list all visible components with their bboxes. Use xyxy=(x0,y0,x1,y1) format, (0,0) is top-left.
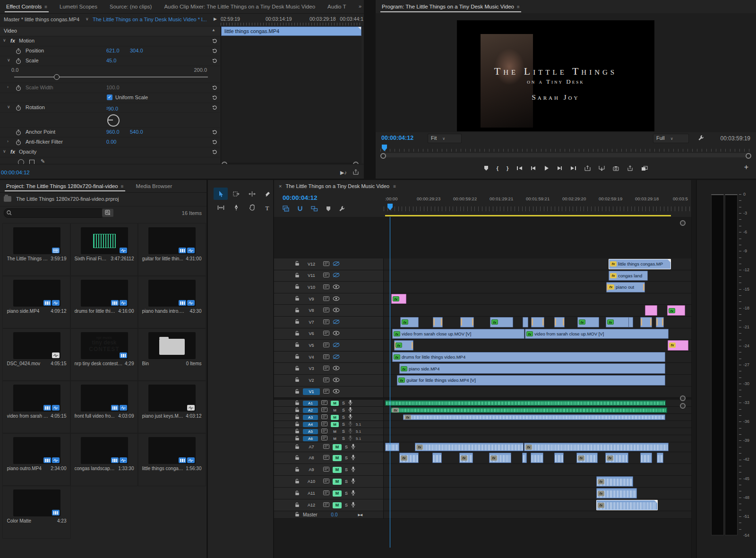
timeline-clip[interactable] xyxy=(531,317,544,327)
project-item[interactable]: piano hands intro.MP443:30 xyxy=(138,276,206,328)
selection-tool[interactable] xyxy=(214,188,228,200)
reset-rotation-button[interactable] xyxy=(212,105,217,111)
project-item[interactable]: guitar for little thin...4:31:00 xyxy=(138,223,206,276)
track-name[interactable]: A4 xyxy=(303,422,318,427)
track-lane[interactable]: fxfxfxfxfx xyxy=(384,452,691,464)
sync-lock-icon[interactable] xyxy=(321,429,327,434)
eye-icon[interactable] xyxy=(333,296,340,302)
snap-magnet-icon[interactable] xyxy=(297,206,303,213)
sync-lock-icon[interactable] xyxy=(323,479,329,484)
track-lane[interactable] xyxy=(384,435,691,442)
track-lane[interactable] xyxy=(384,428,691,435)
media-thumbnail[interactable]: npr musictiny deskCONTEST xyxy=(81,332,128,359)
tab-project[interactable]: Project: The Little Things 1280x720-fina… xyxy=(0,180,130,192)
timeline-clip[interactable]: fxpiano side.MP4 xyxy=(399,363,665,374)
track-lane[interactable] xyxy=(384,464,691,475)
media-thumbnail[interactable] xyxy=(13,280,60,307)
track-name[interactable]: A8 xyxy=(303,455,320,461)
timeline-clip[interactable] xyxy=(433,317,443,327)
mute-button[interactable]: M xyxy=(331,415,339,420)
mark-out-button[interactable]: } xyxy=(507,165,508,171)
twirl-closed-icon[interactable]: › xyxy=(7,139,9,144)
position-y-value[interactable]: 304.0 xyxy=(130,48,143,53)
scale-value[interactable]: 45.0 xyxy=(106,58,116,63)
timeline-clip[interactable]: fx xyxy=(668,340,688,351)
lock-icon[interactable] xyxy=(295,502,300,508)
linked-selection-icon[interactable] xyxy=(311,206,318,213)
scrollbar-handle[interactable] xyxy=(746,153,751,159)
eye-icon[interactable] xyxy=(333,284,340,290)
vertical-scroll-strip[interactable] xyxy=(692,180,696,558)
folder-up-icon[interactable] xyxy=(4,196,11,202)
voiceover-mic-icon[interactable] xyxy=(348,407,352,413)
timeline-clip[interactable]: fx xyxy=(394,340,413,351)
track-lane[interactable]: fxfx xyxy=(384,442,691,452)
voiceover-mic-icon[interactable] xyxy=(348,400,352,406)
lock-icon[interactable] xyxy=(295,414,300,421)
solo-button[interactable]: S xyxy=(345,491,348,496)
close-icon[interactable]: × xyxy=(279,183,282,189)
add-marker-icon[interactable] xyxy=(326,206,331,213)
track-name[interactable]: A3 xyxy=(303,415,318,420)
mute-button[interactable]: M xyxy=(331,429,339,434)
mute-button[interactable]: M xyxy=(333,467,342,473)
video-preview[interactable]: The Little Things on a Tiny Desk Sarah J… xyxy=(457,20,654,131)
search-bin-icon[interactable] xyxy=(102,209,113,217)
track-name[interactable]: A7 xyxy=(303,444,320,450)
timeline-clip[interactable] xyxy=(432,453,442,463)
lock-icon[interactable] xyxy=(295,308,300,314)
scale-row[interactable]: ∨ Scale 45.0 xyxy=(0,56,220,66)
collapse-icon[interactable]: ▲ xyxy=(212,28,215,32)
export-frame-button[interactable] xyxy=(613,166,619,171)
extract-button[interactable] xyxy=(599,165,605,171)
track-lane[interactable]: fx xyxy=(384,499,691,511)
timeline-clip[interactable] xyxy=(385,400,666,406)
opacity-effect-row[interactable]: ∨ fx Opacity xyxy=(0,147,220,157)
lock-icon[interactable] xyxy=(295,273,300,279)
program-scrollbar[interactable] xyxy=(380,153,751,157)
position-row[interactable]: Position 621.0 304.0 xyxy=(0,46,220,56)
panel-menu-icon[interactable]: ≡ xyxy=(44,4,47,9)
twirl-open-icon[interactable]: ∨ xyxy=(3,149,6,154)
tab-lumetri-scopes[interactable]: Lumetri Scopes xyxy=(53,0,103,13)
mark-in-button[interactable]: { xyxy=(497,165,498,171)
playhead-line[interactable] xyxy=(390,217,390,548)
lock-icon[interactable] xyxy=(295,490,300,497)
position-x-value[interactable]: 621.0 xyxy=(106,48,120,53)
media-thumbnail[interactable] xyxy=(81,227,128,254)
reset-opacity-button[interactable] xyxy=(212,149,217,155)
stopwatch-icon[interactable] xyxy=(16,105,21,112)
lock-icon[interactable] xyxy=(295,467,300,473)
twirl-open-icon[interactable]: ∨ xyxy=(3,38,6,43)
search-input[interactable] xyxy=(4,208,105,218)
eye-icon[interactable] xyxy=(333,389,340,395)
anti-flicker-row[interactable]: › Anti-flicker Filter 0.00 xyxy=(0,137,220,147)
twirl-closed-icon[interactable]: › xyxy=(7,85,9,89)
mute-button[interactable]: M xyxy=(333,444,342,450)
lock-icon[interactable] xyxy=(295,407,300,413)
effect-controls-ruler[interactable]: 02:59:19 00:03:14:19 00:03:29:18 00:03:4… xyxy=(221,14,361,26)
program-scrubber[interactable] xyxy=(380,145,751,152)
timeline-settings-wrench-icon[interactable] xyxy=(339,206,345,213)
tab-effect-controls[interactable]: Effect Controls≡ xyxy=(0,0,53,13)
voiceover-mic-icon[interactable] xyxy=(351,455,355,461)
voiceover-mic-icon[interactable] xyxy=(351,502,355,508)
tab-source-no-clips-[interactable]: Source: (no clips) xyxy=(103,0,158,13)
razor-tool[interactable] xyxy=(260,188,273,200)
lock-icon[interactable] xyxy=(295,429,300,435)
mute-button[interactable]: M xyxy=(331,408,339,413)
bin-thumbnail[interactable] xyxy=(148,332,196,359)
mute-button[interactable]: M xyxy=(333,490,342,497)
timeline-clip[interactable] xyxy=(628,317,633,327)
project-item[interactable]: congas landscape....1:33:30 xyxy=(70,433,138,486)
hand-tool[interactable] xyxy=(245,201,259,214)
timeline-clip[interactable] xyxy=(645,305,657,316)
lock-icon[interactable] xyxy=(295,354,300,360)
panel-overflow-icon[interactable]: » xyxy=(359,3,361,9)
track-name[interactable]: V9 xyxy=(303,296,320,302)
master-clip-label[interactable]: Master * little things congas.MP4 xyxy=(4,17,79,22)
sync-lock-icon[interactable] xyxy=(323,273,329,278)
zoom-level-select[interactable]: Fit∨ xyxy=(428,134,462,143)
stopwatch-icon[interactable] xyxy=(16,129,21,137)
lock-icon[interactable] xyxy=(295,261,300,267)
